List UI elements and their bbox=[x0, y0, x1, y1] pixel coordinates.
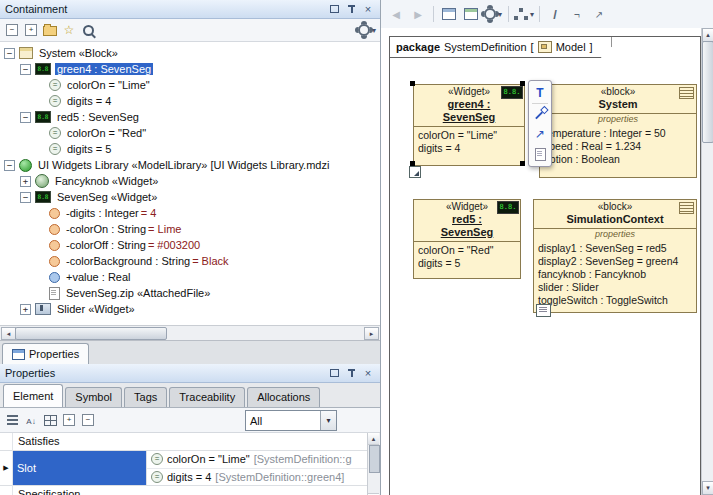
slot-value-row-coloron[interactable]: colorOn = "Lime" [SystemDefinition::g bbox=[147, 451, 368, 469]
expander-icon[interactable]: − bbox=[20, 192, 31, 203]
expander-icon[interactable]: − bbox=[20, 112, 31, 123]
close-icon[interactable]: × bbox=[361, 367, 375, 380]
internal-structure-badge-icon[interactable] bbox=[536, 304, 551, 317]
system-block-symbol[interactable]: «block» System properties temperature : … bbox=[539, 84, 697, 178]
tree-item-label[interactable]: colorOn = "Lime" bbox=[65, 79, 152, 91]
scroll-left-icon[interactable]: ◂ bbox=[1, 327, 16, 340]
validate-diagram-icon[interactable] bbox=[461, 4, 481, 24]
back-icon[interactable]: ◀ bbox=[386, 4, 406, 24]
tree-item-label[interactable]: -colorOff : String bbox=[64, 239, 148, 251]
tab-tags[interactable]: Tags bbox=[124, 387, 167, 407]
tree-item-attr-value[interactable]: +value : Real bbox=[0, 269, 380, 285]
red5-part-symbol[interactable]: «Widget» red5 : SevenSeg colorOn = "Red"… bbox=[413, 199, 521, 279]
sort-alphabetically-icon[interactable] bbox=[22, 411, 40, 429]
expand-all-icon[interactable] bbox=[22, 21, 40, 39]
tree-item-label[interactable]: SevenSeg.zip «AttachedFile» bbox=[64, 287, 212, 299]
tree-item-ui-widgets-library[interactable]: − UI Widgets Library «ModelLibrary» [UI … bbox=[0, 157, 380, 173]
diagram-options-gear-icon[interactable]: ▾ bbox=[483, 4, 503, 24]
expander-icon[interactable]: + bbox=[20, 176, 31, 187]
specification-icon[interactable] bbox=[530, 144, 550, 164]
dependency-icon[interactable]: ↗ bbox=[589, 4, 609, 24]
hscroll-thumb[interactable] bbox=[15, 327, 167, 340]
tree-item-label[interactable]: -colorBackground : String bbox=[64, 255, 192, 267]
green4-part-symbol[interactable]: «Widget» green4 : SevenSeg colorOn = "Li… bbox=[413, 84, 525, 166]
tab-allocations[interactable]: Allocations bbox=[247, 387, 320, 407]
float-window-icon[interactable] bbox=[327, 3, 341, 16]
tree-item-sevenseg[interactable]: − SevenSeg «Widget» bbox=[0, 189, 380, 205]
tree-item-slider[interactable]: + Slider «Widget» bbox=[0, 301, 380, 317]
diagram-vscrollbar[interactable]: ▴ ▾ bbox=[701, 28, 713, 495]
containment-tree[interactable]: − System «Block» − green4 : SevenSeg col… bbox=[0, 42, 380, 325]
expander-icon[interactable]: + bbox=[20, 304, 31, 315]
tree-item-label[interactable]: digits = 4 bbox=[65, 95, 113, 107]
float-window-icon[interactable] bbox=[327, 367, 341, 380]
expander-icon[interactable]: − bbox=[20, 64, 31, 75]
layout-icon[interactable]: ▾ bbox=[514, 4, 534, 24]
oblique-path-icon[interactable]: / bbox=[545, 4, 565, 24]
tab-properties[interactable]: Properties bbox=[2, 343, 89, 364]
tree-item-label[interactable]: Slider «Widget» bbox=[55, 303, 137, 315]
tree-item-sevenseg-zip[interactable]: SevenSeg.zip «AttachedFile» bbox=[0, 285, 380, 301]
favorites-star-icon[interactable]: ☆ bbox=[60, 21, 78, 39]
tree-item-coloron-lime[interactable]: colorOn = "Lime" bbox=[0, 77, 380, 93]
tree-item-coloron-red[interactable]: colorOn = "Red" bbox=[0, 125, 380, 141]
slot-cell[interactable]: Slot bbox=[12, 451, 147, 485]
vscroll-thumb[interactable] bbox=[702, 41, 713, 143]
create-relation-icon[interactable]: ↗ bbox=[530, 124, 550, 144]
tree-item-label[interactable]: Fancyknob «Widget» bbox=[53, 175, 160, 187]
pin-icon[interactable] bbox=[344, 3, 358, 16]
tree-item-system[interactable]: − System «Block» bbox=[0, 45, 380, 61]
slot-value-row-digits[interactable]: digits = 4 [SystemDefinition::green4] bbox=[147, 469, 368, 486]
tree-item-label[interactable]: red5 : SevenSeg bbox=[55, 111, 141, 123]
tree-item-attr-digits[interactable]: -digits : Integer = 4 bbox=[0, 205, 380, 221]
tree-item-red5[interactable]: − red5 : SevenSeg bbox=[0, 109, 380, 125]
tree-item-label[interactable]: UI Widgets Library «ModelLibrary» [UI Wi… bbox=[36, 159, 331, 171]
tree-item-label[interactable]: digits = 5 bbox=[65, 143, 113, 155]
open-structure-badge-icon[interactable] bbox=[409, 166, 421, 178]
search-icon[interactable] bbox=[79, 21, 97, 39]
properties-vscrollbar[interactable]: ▴ ▾ bbox=[367, 433, 380, 495]
collapse-categories-icon[interactable] bbox=[79, 411, 97, 429]
rectilinear-path-icon[interactable]: ¬ bbox=[567, 4, 587, 24]
expander-icon[interactable]: − bbox=[4, 48, 15, 59]
scroll-up-icon[interactable]: ▴ bbox=[368, 433, 379, 445]
tree-item-label[interactable]: +value : Real bbox=[64, 271, 133, 283]
open-in-new-tree-icon[interactable] bbox=[41, 21, 59, 39]
satisfies-row[interactable]: Satisfies bbox=[0, 433, 368, 451]
specification-row[interactable]: Specification bbox=[0, 486, 368, 495]
forward-icon[interactable]: ▶ bbox=[408, 4, 428, 24]
properties-filter-dropdown[interactable]: All ▾ bbox=[245, 410, 337, 431]
tree-item-label[interactable]: System «Block» bbox=[37, 47, 120, 59]
tree-item-label[interactable]: colorOn = "Red" bbox=[65, 127, 148, 139]
tree-hscrollbar[interactable]: ◂ ▸ bbox=[0, 325, 380, 340]
selection-handle[interactable] bbox=[520, 81, 525, 86]
diagram-frame-header[interactable]: package SystemDefinition [ Model ] bbox=[390, 37, 612, 58]
tree-item-label[interactable]: SevenSeg «Widget» bbox=[55, 191, 159, 203]
dropdown-arrow-icon[interactable]: ▾ bbox=[320, 411, 336, 430]
expert-properties-icon[interactable] bbox=[41, 411, 59, 429]
vscroll-thumb[interactable] bbox=[369, 445, 380, 473]
tree-options-gear-icon[interactable]: ▾ bbox=[358, 21, 376, 39]
selection-handle[interactable] bbox=[520, 161, 525, 166]
tree-item-green4[interactable]: − green4 : SevenSeg bbox=[0, 61, 380, 77]
categorized-view-icon[interactable] bbox=[3, 411, 21, 429]
tab-symbol[interactable]: Symbol bbox=[65, 387, 122, 407]
scroll-right-icon[interactable]: ▸ bbox=[364, 327, 379, 340]
pin-icon[interactable] bbox=[344, 367, 358, 380]
expander-icon[interactable]: − bbox=[4, 160, 15, 171]
tree-item-label[interactable]: -digits : Integer bbox=[64, 207, 141, 219]
scroll-down-icon[interactable]: ▾ bbox=[702, 481, 713, 495]
tree-item-label[interactable]: -colorOn : String bbox=[64, 223, 148, 235]
diagrams-icon[interactable] bbox=[439, 4, 459, 24]
tree-item-attr-coloron[interactable]: -colorOn : String = Lime bbox=[0, 221, 380, 237]
edit-name-icon[interactable]: T bbox=[530, 83, 550, 103]
selection-handle[interactable] bbox=[410, 81, 415, 86]
close-icon[interactable]: × bbox=[361, 3, 375, 16]
tree-item-digits-4[interactable]: digits = 4 bbox=[0, 93, 380, 109]
diagram-canvas[interactable]: package SystemDefinition [ Model ] «Widg… bbox=[381, 28, 713, 495]
tree-item-label-selected[interactable]: green4 : SevenSeg bbox=[55, 63, 153, 75]
collapse-all-icon[interactable] bbox=[3, 21, 21, 39]
tree-item-attr-colorbackground[interactable]: -colorBackground : String = Black bbox=[0, 253, 380, 269]
tab-element[interactable]: Element bbox=[3, 384, 63, 407]
tree-item-attr-coloroff[interactable]: -colorOff : String = #003200 bbox=[0, 237, 380, 253]
